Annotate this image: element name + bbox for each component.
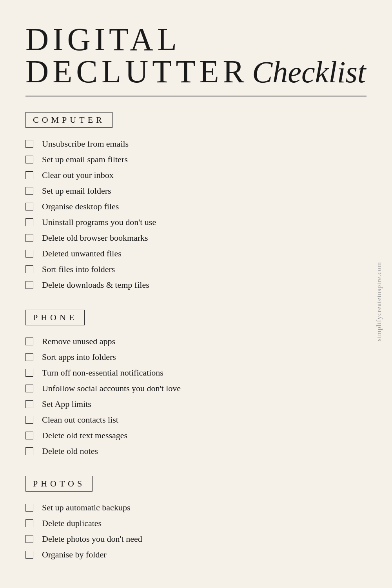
- checkbox[interactable]: [25, 171, 33, 179]
- list-item: Sort apps into folders: [25, 352, 367, 362]
- checkbox[interactable]: [25, 447, 33, 455]
- item-label: Delete downloads & temp files: [42, 280, 149, 290]
- list-item: Clear out your inbox: [25, 170, 367, 180]
- list-item: Delete old browser bookmarks: [25, 233, 367, 243]
- watermark-container: simplifycreateinspire.com: [373, 0, 385, 588]
- list-item: Delete old notes: [25, 446, 367, 456]
- title-line1: DIGITAL: [25, 24, 366, 56]
- section-title-computer: COMPUTER: [33, 115, 105, 125]
- checklist-computer: Unsubscribe from emailsSet up email spam…: [25, 139, 367, 290]
- item-label: Delete old browser bookmarks: [42, 233, 148, 243]
- checkbox[interactable]: [25, 218, 33, 226]
- item-label: Set App limits: [42, 399, 91, 409]
- page: DIGITAL DECLUTTER Checklist COMPUTERUnsu…: [0, 0, 392, 588]
- checkbox[interactable]: [25, 535, 33, 543]
- list-item: Deleted unwanted files: [25, 249, 367, 259]
- checklist-photos: Set up automatic backupsDelete duplicate…: [25, 503, 367, 560]
- header: DIGITAL DECLUTTER Checklist: [25, 24, 367, 96]
- checkbox[interactable]: [25, 519, 33, 527]
- sections-container: COMPUTERUnsubscribe from emailsSet up em…: [25, 112, 367, 560]
- item-label: Deleted unwanted files: [42, 249, 122, 259]
- checkbox[interactable]: [25, 551, 33, 559]
- checkbox[interactable]: [25, 338, 33, 345]
- checkbox[interactable]: [25, 281, 33, 289]
- item-label: Unsubscribe from emails: [42, 139, 129, 149]
- checkbox[interactable]: [25, 265, 33, 273]
- list-item: Set App limits: [25, 399, 367, 409]
- section-title-phone: PHONE: [33, 312, 77, 323]
- item-label: Uninstall programs you don't use: [42, 217, 156, 227]
- item-label: Delete photos you don't need: [42, 534, 142, 544]
- checkbox[interactable]: [25, 416, 33, 424]
- list-item: Delete old text messages: [25, 430, 367, 441]
- item-label: Delete old text messages: [42, 430, 127, 441]
- list-item: Turn off non-essential notifications: [25, 368, 367, 378]
- list-item: Organise desktop files: [25, 201, 367, 212]
- checkbox[interactable]: [25, 432, 33, 439]
- list-item: Delete duplicates: [25, 518, 367, 528]
- checklist-phone: Remove unused appsSort apps into folders…: [25, 336, 367, 456]
- checkbox[interactable]: [25, 369, 33, 377]
- section-header-computer: COMPUTER: [25, 112, 113, 128]
- checkbox[interactable]: [25, 400, 33, 408]
- list-item: Unfollow social accounts you don't love: [25, 383, 367, 394]
- watermark-text: simplifycreateinspire.com: [375, 262, 383, 341]
- checkbox[interactable]: [25, 140, 33, 148]
- list-item: Set up email folders: [25, 186, 367, 196]
- checkbox[interactable]: [25, 353, 33, 361]
- title-line2: DECLUTTER: [25, 56, 248, 88]
- item-label: Clean out contacts list: [42, 415, 118, 425]
- list-item: Organise by folder: [25, 550, 367, 560]
- section-header-phone: PHONE: [25, 310, 85, 325]
- list-item: Set up email spam filters: [25, 154, 367, 165]
- item-label: Organise desktop files: [42, 201, 119, 212]
- list-item: Unsubscribe from emails: [25, 139, 367, 149]
- section-header-photos: PHOTOS: [25, 476, 93, 492]
- section-title-photos: PHOTOS: [33, 479, 85, 489]
- checkbox[interactable]: [25, 504, 33, 512]
- list-item: Delete photos you don't need: [25, 534, 367, 544]
- item-label: Sort files into folders: [42, 264, 115, 274]
- item-label: Sort apps into folders: [42, 352, 116, 362]
- item-label: Clear out your inbox: [42, 170, 114, 180]
- section-computer: COMPUTERUnsubscribe from emailsSet up em…: [25, 112, 367, 290]
- item-label: Set up email folders: [42, 186, 111, 196]
- item-label: Set up email spam filters: [42, 154, 128, 165]
- checkbox[interactable]: [25, 385, 33, 392]
- item-label: Turn off non-essential notifications: [42, 368, 163, 378]
- list-item: Delete downloads & temp files: [25, 280, 367, 290]
- item-label: Delete old notes: [42, 446, 98, 456]
- checkbox[interactable]: [25, 187, 33, 195]
- title-block: DIGITAL DECLUTTER Checklist: [25, 24, 366, 88]
- item-label: Delete duplicates: [42, 518, 102, 528]
- checkbox[interactable]: [25, 250, 33, 258]
- section-photos: PHOTOSSet up automatic backupsDelete dup…: [25, 476, 367, 560]
- checkbox[interactable]: [25, 156, 33, 163]
- item-label: Remove unused apps: [42, 336, 115, 347]
- item-label: Organise by folder: [42, 550, 107, 560]
- checkbox[interactable]: [25, 203, 33, 211]
- list-item: Uninstall programs you don't use: [25, 217, 367, 227]
- item-label: Set up automatic backups: [42, 503, 130, 513]
- checkbox[interactable]: [25, 234, 33, 242]
- item-label: Unfollow social accounts you don't love: [42, 383, 181, 394]
- list-item: Sort files into folders: [25, 264, 367, 274]
- title-script: Checklist: [252, 57, 366, 87]
- list-item: Clean out contacts list: [25, 415, 367, 425]
- list-item: Remove unused apps: [25, 336, 367, 347]
- list-item: Set up automatic backups: [25, 503, 367, 513]
- section-phone: PHONERemove unused appsSort apps into fo…: [25, 310, 367, 456]
